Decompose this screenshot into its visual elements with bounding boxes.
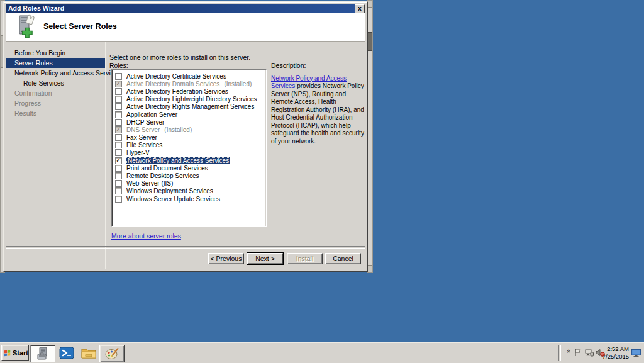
role-label: Network Policy and Access Services bbox=[126, 157, 230, 164]
checked-checkbox[interactable]: ✓ bbox=[115, 81, 122, 87]
unchecked-checkbox[interactable] bbox=[115, 165, 122, 172]
role-row-file-services[interactable]: File Services bbox=[112, 142, 266, 149]
role-row-application-server[interactable]: Application Server bbox=[112, 111, 266, 118]
unchecked-checkbox[interactable] bbox=[115, 111, 122, 118]
wizard-steps-sidebar: Before You BeginServer RolesNetwork Poli… bbox=[6, 48, 105, 118]
sidebar-item-role-services[interactable]: Role Services bbox=[6, 78, 105, 88]
checked-checkbox[interactable]: ✓ bbox=[115, 126, 122, 133]
paint-taskbar-button[interactable] bbox=[99, 345, 125, 362]
unchecked-checkbox[interactable] bbox=[115, 88, 122, 95]
close-button[interactable]: x bbox=[355, 4, 365, 14]
role-label: DHCP Server bbox=[126, 119, 164, 126]
tray-clock[interactable]: 2:52 AM 7/25/2015 bbox=[599, 345, 629, 360]
unchecked-checkbox[interactable] bbox=[115, 103, 122, 110]
scrollbar-thumb[interactable] bbox=[367, 32, 372, 51]
unchecked-checkbox[interactable] bbox=[115, 180, 122, 187]
role-row-active-directory-domain-services[interactable]: ✓Active Directory Domain Services(Instal… bbox=[112, 80, 266, 87]
explorer-taskbar-icon[interactable] bbox=[80, 345, 97, 360]
paint-palette-icon bbox=[104, 347, 119, 360]
hidden-icons-chevron[interactable]: « bbox=[565, 349, 573, 353]
wizard-body: Before You BeginServer RolesNetwork Poli… bbox=[6, 42, 365, 269]
taskbar: Start bbox=[0, 342, 644, 363]
install-button[interactable]: Install bbox=[287, 253, 323, 264]
server-manager-taskbar-button[interactable] bbox=[30, 345, 55, 362]
more-about-server-roles-link[interactable]: More about server roles bbox=[111, 232, 181, 240]
sidebar-item-server-roles[interactable]: Server Roles bbox=[6, 58, 105, 68]
description-heading: Description: bbox=[271, 62, 365, 70]
roles-list-label: Roles: bbox=[109, 62, 128, 69]
wizard-header: Select Server Roles bbox=[6, 13, 365, 42]
role-row-active-directory-lightweight-directory-services[interactable]: Active Directory Lightweight Directory S… bbox=[112, 96, 266, 103]
description-panel: Description: Network Policy and Access S… bbox=[271, 62, 365, 145]
start-button-label: Start bbox=[13, 349, 28, 357]
sidebar-item-network-policy-and-access-services[interactable]: Network Policy and Access Services bbox=[6, 68, 105, 78]
role-row-dhcp-server[interactable]: DHCP Server bbox=[112, 118, 266, 126]
role-label: Hyper-V bbox=[126, 149, 150, 156]
unchecked-checkbox[interactable] bbox=[115, 187, 122, 194]
role-row-hyper-v[interactable]: Hyper-V bbox=[112, 149, 266, 157]
role-row-windows-deployment-services[interactable]: Windows Deployment Services bbox=[112, 187, 266, 195]
role-label: Web Server (IIS) bbox=[126, 180, 173, 187]
role-row-windows-server-update-services[interactable]: Windows Server Update Services bbox=[112, 195, 266, 203]
role-installed-suffix: (Installed) bbox=[164, 126, 192, 133]
checked-checkbox[interactable]: ✓ bbox=[115, 157, 122, 164]
role-row-fax-server[interactable]: Fax Server bbox=[112, 134, 266, 142]
instruction-text: Select one or more roles to install on t… bbox=[109, 53, 250, 61]
role-row-active-directory-rights-management-services[interactable]: Active Directory Rights Management Servi… bbox=[112, 103, 266, 111]
role-label: Active Directory Federation Services bbox=[126, 88, 228, 95]
footer-divider bbox=[6, 246, 365, 249]
role-label: Fax Server bbox=[126, 134, 157, 141]
scrollbar-down-arrow[interactable] bbox=[367, 265, 372, 272]
action-center-flag-icon[interactable] bbox=[574, 349, 582, 357]
unchecked-checkbox[interactable] bbox=[115, 172, 122, 179]
role-label: Print and Document Services bbox=[126, 165, 208, 172]
unchecked-checkbox[interactable] bbox=[115, 119, 122, 126]
description-body: Network Policy and Access Services provi… bbox=[271, 75, 365, 146]
titlebar[interactable]: Add Roles Wizard x bbox=[6, 4, 365, 13]
role-row-print-and-document-services[interactable]: Print and Document Services bbox=[112, 164, 266, 172]
next-button[interactable]: Next > bbox=[247, 253, 283, 264]
role-label: File Services bbox=[126, 142, 162, 148]
sidebar-item-results: Results bbox=[6, 108, 105, 118]
role-label: DNS Server bbox=[126, 126, 160, 133]
sidebar-item-confirmation: Confirmation bbox=[6, 88, 105, 98]
role-label: Active Directory Rights Management Servi… bbox=[126, 103, 254, 110]
role-row-active-directory-federation-services[interactable]: Active Directory Federation Services bbox=[112, 87, 266, 95]
sidebar-separator bbox=[105, 42, 106, 269]
server-add-role-icon bbox=[13, 14, 38, 40]
role-row-network-policy-and-access-services[interactable]: ✓Network Policy and Access Services bbox=[112, 157, 266, 164]
desktop[interactable]: Add Roles Wizard x Select Server Roles bbox=[0, 0, 644, 363]
close-icon: x bbox=[358, 5, 362, 12]
start-button[interactable]: Start bbox=[1, 345, 29, 361]
role-row-active-directory-certificate-services[interactable]: Active Directory Certificate Services bbox=[112, 72, 266, 80]
windows-logo-icon bbox=[4, 349, 11, 358]
unchecked-checkbox[interactable] bbox=[115, 134, 122, 141]
cancel-button[interactable]: Cancel bbox=[325, 253, 361, 264]
role-row-remote-desktop-services[interactable]: Remote Desktop Services bbox=[112, 172, 266, 179]
sidebar-item-before-you-begin[interactable]: Before You Begin bbox=[6, 48, 105, 58]
unchecked-checkbox[interactable] bbox=[115, 96, 122, 103]
description-text: provides Network Policy Server (NPS), Ro… bbox=[271, 82, 364, 145]
display-tray-icon[interactable] bbox=[631, 349, 641, 357]
server-manager-icon bbox=[35, 347, 50, 360]
powershell-taskbar-icon[interactable] bbox=[58, 345, 75, 360]
role-row-web-server-iis[interactable]: Web Server (IIS) bbox=[112, 180, 266, 187]
unchecked-checkbox[interactable] bbox=[115, 149, 122, 156]
powershell-icon bbox=[59, 346, 74, 360]
role-label: Remote Desktop Services bbox=[126, 172, 199, 179]
role-label: Active Directory Lightweight Directory S… bbox=[126, 96, 257, 103]
tray-divider bbox=[558, 345, 561, 361]
role-row-dns-server[interactable]: ✓DNS Server(Installed) bbox=[112, 126, 266, 133]
network-icon[interactable] bbox=[585, 349, 594, 357]
unchecked-checkbox[interactable] bbox=[115, 142, 122, 148]
unchecked-checkbox[interactable] bbox=[115, 73, 122, 80]
folder-icon bbox=[80, 346, 97, 360]
unchecked-checkbox[interactable] bbox=[115, 196, 122, 203]
roles-listbox[interactable]: Active Directory Certificate Services✓Ac… bbox=[111, 69, 267, 227]
scrollbar-up-arrow[interactable] bbox=[367, 1, 372, 8]
role-installed-suffix: (Installed) bbox=[224, 81, 252, 87]
role-label: Application Server bbox=[126, 111, 177, 118]
previous-button[interactable]: < Previous bbox=[208, 253, 244, 264]
window-title: Add Roles Wizard bbox=[8, 4, 64, 12]
page-title: Select Server Roles bbox=[43, 22, 117, 31]
